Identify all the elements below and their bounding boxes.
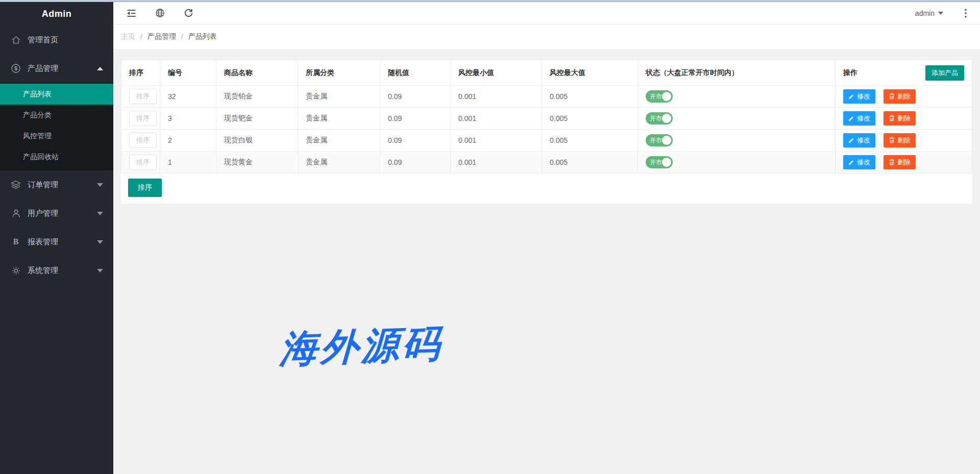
cell-max: 0.005 [542, 152, 638, 173]
gear-icon [11, 265, 21, 276]
layers-icon [11, 180, 21, 190]
sidebar-item-label: 订单管理 [28, 180, 97, 190]
breadcrumb-separator: / [181, 33, 183, 41]
product-table: 排序 编号 商品名称 所属分类 随机值 风控最小值 风控最大值 状态（大盘正常开… [121, 60, 972, 173]
col-header-id: 编号 [160, 60, 216, 86]
sidebar-item-orders[interactable]: 订单管理 [0, 170, 113, 199]
table-row: 排序 2 现货白银 贵金属 0.09 0.001 0.005 开市 [121, 130, 972, 152]
delete-button[interactable]: 删除 [884, 89, 916, 104]
status-toggle-label: 开市 [650, 114, 662, 123]
cell-min: 0.001 [451, 152, 542, 173]
sidebar-item-users[interactable]: 用户管理 [0, 199, 113, 228]
cell-random: 0.09 [380, 152, 451, 173]
status-toggle-label: 开市 [650, 136, 662, 145]
status-toggle-label: 开市 [650, 158, 662, 167]
status-toggle-on[interactable]: 开市 [646, 112, 673, 124]
table-row: 排序 1 现货黄金 贵金属 0.09 0.001 0.005 开市 [121, 152, 972, 173]
pencil-icon [848, 93, 854, 99]
col-header-category: 所属分类 [298, 60, 380, 86]
edit-button[interactable]: 修改 [843, 111, 875, 126]
col-header-min: 风控最小值 [451, 60, 542, 86]
globe-icon[interactable] [151, 4, 169, 22]
col-header-name: 商品名称 [216, 60, 298, 86]
sidebar-item-dashboard[interactable]: 管理首页 [0, 26, 113, 54]
cell-random: 0.09 [380, 108, 451, 130]
edit-button[interactable]: 修改 [843, 133, 875, 147]
status-toggle-on[interactable]: 开市 [646, 134, 673, 146]
cell-min: 0.001 [451, 108, 542, 130]
collapse-sidebar-icon[interactable] [122, 4, 140, 22]
col-header-actions: 操作 添加产品 [836, 60, 972, 86]
sidebar: Admin 管理首页 $ 产品管理 产品列表 产品分类 风控管理 产品回收站 [0, 2, 113, 474]
sidebar-item-reports[interactable]: B 报表管理 [0, 228, 113, 256]
edit-button[interactable]: 修改 [843, 155, 875, 169]
delete-button[interactable]: 删除 [884, 111, 916, 126]
cell-id: 32 [160, 86, 216, 108]
sidebar-item-label: 用户管理 [28, 209, 97, 218]
cell-random: 0.09 [380, 130, 451, 152]
sidebar-item-label: 产品管理 [28, 64, 97, 73]
refresh-icon[interactable] [179, 4, 198, 22]
sidebar-item-label: 管理首页 [28, 35, 103, 45]
svg-text:$: $ [14, 65, 17, 71]
chevron-down-icon [97, 212, 103, 215]
sidebar-subitem-product-list[interactable]: 产品列表 [0, 84, 113, 105]
home-icon [11, 35, 21, 45]
col-header-status: 状态（大盘正常开市时间内） [638, 60, 836, 86]
col-header-sort: 排序 [121, 60, 160, 86]
chevron-down-icon [97, 269, 103, 272]
sidebar-item-system[interactable]: 系统管理 [0, 256, 113, 285]
window-top-strip [0, 0, 980, 2]
trash-icon [889, 159, 895, 165]
row-sort-button[interactable]: 排序 [129, 155, 157, 170]
row-sort-button[interactable]: 排序 [129, 133, 157, 148]
cell-random: 0.09 [380, 86, 451, 108]
table-row: 排序 32 现货铂金 贵金属 0.09 0.001 0.005 开市 [121, 86, 972, 108]
dollar-circle-icon: $ [11, 63, 21, 73]
sidebar-subitem-product-category[interactable]: 产品分类 [0, 105, 113, 126]
edit-button[interactable]: 修改 [843, 89, 875, 104]
batch-sort-button[interactable]: 排序 [128, 179, 162, 197]
cell-max: 0.005 [542, 108, 638, 130]
trash-icon [889, 93, 895, 99]
cell-name: 现货黄金 [216, 152, 298, 173]
sidebar-item-products[interactable]: $ 产品管理 [0, 54, 113, 83]
cell-min: 0.001 [451, 86, 542, 108]
pencil-icon [848, 115, 854, 121]
chevron-down-icon [97, 183, 103, 187]
status-toggle-on[interactable]: 开市 [646, 90, 673, 103]
delete-button[interactable]: 删除 [884, 133, 916, 147]
row-sort-button[interactable]: 排序 [129, 111, 157, 126]
user-menu[interactable]: admin [915, 9, 943, 17]
col-header-random: 随机值 [380, 60, 451, 86]
sidebar-subitem-product-recycle[interactable]: 产品回收站 [0, 146, 113, 167]
add-product-button[interactable]: 添加产品 [925, 65, 964, 81]
sidebar-item-label: 系统管理 [28, 266, 97, 276]
pencil-icon [848, 137, 854, 143]
status-toggle-label: 开市 [650, 92, 662, 101]
breadcrumb-product-list[interactable]: 产品列表 [188, 32, 217, 41]
cell-name: 现货铂金 [216, 86, 298, 108]
topbar-right: admin [915, 9, 967, 18]
cell-max: 0.005 [542, 86, 638, 108]
chevron-down-icon [97, 240, 103, 244]
sidebar-subitem-risk-management[interactable]: 风控管理 [0, 126, 113, 146]
pencil-icon [848, 159, 854, 165]
table-footer: 排序 [121, 173, 972, 204]
cell-id: 3 [160, 108, 216, 130]
products-submenu: 产品列表 产品分类 风控管理 产品回收站 [0, 83, 113, 170]
status-toggle-on[interactable]: 开市 [646, 156, 673, 168]
table-header-row: 排序 编号 商品名称 所属分类 随机值 风控最小值 风控最大值 状态（大盘正常开… [121, 60, 972, 86]
cell-category: 贵金属 [298, 86, 380, 108]
table-row: 排序 3 现货钯金 贵金属 0.09 0.001 0.005 开市 [121, 108, 972, 130]
cell-max: 0.005 [542, 130, 638, 152]
breadcrumb-home[interactable]: 主页 [121, 32, 135, 41]
row-sort-button[interactable]: 排序 [129, 89, 157, 104]
username-label: admin [915, 9, 935, 17]
breadcrumb: 主页 / 产品管理 / 产品列表 [113, 24, 980, 49]
trash-icon [889, 115, 895, 121]
breadcrumb-product-management[interactable]: 产品管理 [148, 32, 176, 41]
kebab-menu-icon[interactable] [965, 9, 967, 18]
delete-button[interactable]: 删除 [884, 155, 916, 169]
trash-icon [889, 137, 895, 143]
